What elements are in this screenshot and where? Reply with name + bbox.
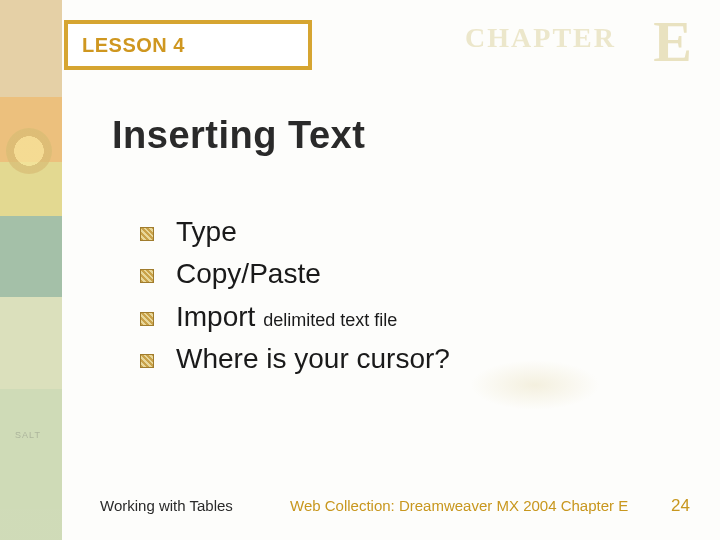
bullet-text: Type: [176, 214, 237, 250]
slide: LESSON 4 CHAPTER E Inserting Text Type C…: [0, 0, 720, 540]
chapter-word: CHAPTER: [465, 22, 616, 54]
bullet-main: Import: [176, 301, 255, 332]
list-item: Import delimited text file: [140, 299, 620, 335]
footer-center: Web Collection: Dreamweaver MX 2004 Chap…: [280, 497, 630, 514]
chapter-letter: E: [653, 8, 692, 75]
page-number: 24: [630, 496, 690, 516]
bullet-text: Where is your cursor?: [176, 341, 450, 377]
bullet-text: Import delimited text file: [176, 299, 397, 335]
bullet-icon: [140, 312, 154, 326]
bullet-text: Copy/Paste: [176, 256, 321, 292]
footer: Working with Tables Web Collection: Drea…: [100, 496, 690, 516]
bullet-list: Type Copy/Paste Import delimited text fi…: [140, 214, 620, 384]
left-decorative-band: [0, 0, 62, 540]
list-item: Copy/Paste: [140, 256, 620, 292]
bullet-main: Where is your cursor?: [176, 343, 450, 374]
bullet-icon: [140, 227, 154, 241]
bullet-icon: [140, 269, 154, 283]
bullet-main: Copy/Paste: [176, 258, 321, 289]
bullet-sub: delimited text file: [263, 310, 397, 330]
slide-title: Inserting Text: [112, 114, 365, 157]
lesson-box: LESSON 4: [64, 20, 312, 70]
footer-left: Working with Tables: [100, 497, 280, 514]
list-item: Where is your cursor?: [140, 341, 620, 377]
bullet-icon: [140, 354, 154, 368]
lesson-label: LESSON 4: [82, 34, 185, 56]
list-item: Type: [140, 214, 620, 250]
bullet-main: Type: [176, 216, 237, 247]
